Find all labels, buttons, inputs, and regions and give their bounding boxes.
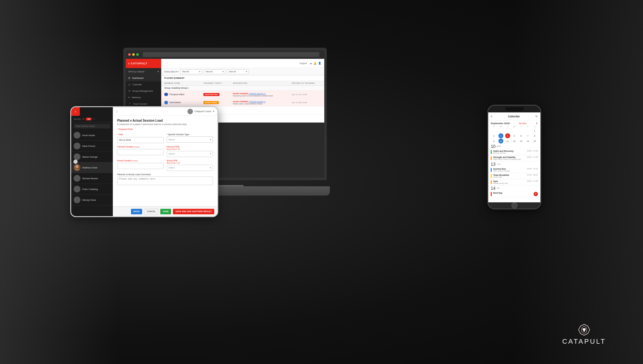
cal-day-14[interactable]: 14	[526, 139, 530, 144]
nav-calendar[interactable]: ◫ Calendar	[126, 81, 161, 88]
save-button[interactable]: SAVE	[160, 209, 171, 214]
filter-select-2[interactable]: View All ▾	[204, 69, 225, 74]
minimize-btn[interactable]	[132, 53, 135, 56]
table-row[interactable]: Thompson Albert RESTRICTED INJURY PENDIN…	[161, 91, 324, 99]
filter-select-3[interactable]: View All ▾	[227, 69, 249, 74]
nav-touchscreen-label: Touch Screen	[133, 103, 147, 105]
filter-select-1[interactable]: View All ▾	[180, 69, 202, 74]
list-item-matthew[interactable]: Matthew Dodd	[71, 162, 113, 173]
create-injury-2[interactable]: CREATE INJURY ✎	[249, 101, 266, 103]
list-item-kevin[interactable]: Kevin Austin	[71, 130, 113, 141]
header-icons: ☁ 🔔 👤	[309, 62, 321, 65]
cal-day-12[interactable]: 12	[512, 139, 517, 144]
cal-day-11[interactable]: 11	[505, 139, 510, 144]
cal-day-6[interactable]: 6	[519, 133, 524, 138]
nav-group-management[interactable]: ⚙ Group Management	[126, 88, 161, 94]
member-avatar-tusk	[164, 101, 168, 104]
cal-day-5[interactable]: 5	[512, 133, 517, 138]
address-bar[interactable]	[143, 52, 319, 57]
sort-filter-icon[interactable]: ≡	[93, 117, 95, 120]
cal-day-15[interactable]: 15	[532, 139, 537, 144]
nav-dashboard[interactable]: ⊞ Dashboard	[126, 75, 161, 81]
tablet-user-info: Catapult Coach ▾	[187, 109, 214, 114]
home-icon[interactable]: ⌂	[116, 110, 118, 113]
create-injury-1[interactable]: CREATE INJURY ✎	[249, 93, 266, 95]
back-button[interactable]: BACK	[131, 209, 142, 214]
cal-day-2[interactable]: 2	[492, 133, 497, 138]
return-date-2: SAT, 29 SEP 2018	[292, 102, 321, 103]
phone-event-gym[interactable]: Gym Rehab group only 09:00 - 11:00	[488, 179, 540, 185]
catapult-brand-logo: CATAPULT	[562, 324, 606, 346]
actual-rpe-chevron: ▾	[210, 166, 211, 169]
phone-refresh-icon[interactable]: ↻	[535, 115, 538, 118]
phone-home-button[interactable]	[511, 202, 518, 208]
calendar-filter-icon[interactable]: ▼	[536, 122, 538, 124]
injury-pending-2: INJURY PENDING	[233, 101, 249, 103]
actual-rpe-label: Actual RPE Borg Scale 1-10	[167, 160, 213, 164]
day-num-14: 14	[491, 186, 496, 190]
planned-rpe-select[interactable]: Select ▾	[167, 151, 213, 157]
session-type-select[interactable]: Select ▾	[167, 136, 213, 143]
day-row-10: 10 MON	[488, 144, 540, 149]
day-row-14: 14 FRI	[488, 185, 540, 191]
cal-day-1[interactable]: 1	[532, 128, 537, 133]
tablet-device: ‹ Sort by: 11 All ≡ Kevin Austin Mark Fr…	[70, 106, 218, 217]
cal-day-13[interactable]: 13	[519, 139, 524, 144]
actual-duration-label: Actual Duration (mins)	[117, 160, 164, 162]
phone-frame: ≡ Calendar ↻ September 2018 No team ▼ S …	[487, 105, 541, 209]
phone-event-strength[interactable]: Strength and Stability West North center…	[488, 155, 540, 161]
cal-day-9[interactable]: 9	[492, 139, 497, 144]
phone-menu-icon[interactable]: ≡	[491, 115, 492, 118]
event-time-swim: 09:00 - 11:00	[527, 150, 538, 154]
tablet-back-icon[interactable]: ‹	[71, 107, 80, 116]
phone-event-breakfast[interactable]: Team Breakfast Smith cafe 07:00 - 08:30	[488, 173, 540, 179]
list-item-michael[interactable]: Michael Bowan	[71, 173, 113, 184]
close-btn[interactable]	[128, 53, 131, 56]
player-search-input[interactable]	[74, 124, 110, 128]
nav-wellness[interactable]: ♥ Wellness	[126, 94, 161, 101]
cal-day-4[interactable]: 4	[505, 133, 510, 138]
sort-all-btn[interactable]: All	[86, 118, 92, 120]
cal-day-10[interactable]: 10	[498, 139, 503, 144]
bell-icon[interactable]: 🔔	[313, 62, 317, 65]
phone-event-swim[interactable]: Swim and Recovery Richmond Pool 09:00 - …	[488, 149, 540, 155]
list-item-peter[interactable]: Peter Cradding	[71, 184, 113, 195]
cloud-icon[interactable]: ☁	[309, 62, 312, 65]
cal-day-8[interactable]: 8	[532, 133, 537, 138]
user-icon[interactable]: 👤	[318, 62, 321, 65]
planned-duration-text: Planned Duration	[117, 146, 134, 148]
phone-notch-area	[488, 106, 540, 112]
tablet-home-button[interactable]	[73, 160, 78, 164]
table-row[interactable]: Tusk Andrew MONITORED INJURY PENDING CRE…	[161, 99, 324, 107]
event-content-rest: Rest Day	[493, 192, 532, 196]
actual-duration-text: Actual Duration	[117, 160, 132, 162]
day-sun: S	[491, 126, 497, 127]
phone-event-rest[interactable]: Rest Day ↻	[488, 191, 540, 197]
user-chevron-icon: ▾	[213, 110, 214, 113]
cal-day-3[interactable]: 3	[498, 133, 503, 138]
actual-rpe-select[interactable]: Select ▾	[167, 165, 213, 171]
event-time-breakfast: 07:00 - 08:30	[527, 174, 538, 178]
planned-duration-input[interactable]	[117, 149, 164, 155]
list-item-mark[interactable]: Mark French	[71, 141, 113, 152]
form-row-date-session: * Date * Specific Session Type Select ▾	[117, 133, 213, 143]
cancel-button[interactable]: CANCEL	[144, 209, 158, 214]
avatar-mason	[74, 153, 80, 160]
event-time-run: 05:00 - 07:00	[527, 168, 538, 172]
maximize-btn[interactable]	[136, 53, 139, 56]
event-location-strength: West North center of training oval	[493, 158, 526, 160]
wellness-icon: ♥	[128, 96, 130, 99]
member-name-tusk: Tusk Andrew	[169, 101, 181, 103]
user-avatar	[187, 109, 193, 114]
event-content-strength: Strength and Stability West North center…	[493, 156, 526, 160]
event-content-gym: Gym Rehab group only	[493, 180, 526, 184]
date-input[interactable]	[117, 137, 164, 143]
planned-rpe-label: Planned RPE Borg Scale 1-10	[167, 146, 213, 150]
cal-day-7[interactable]: 7	[526, 133, 530, 138]
comments-textarea[interactable]	[117, 176, 213, 185]
save-add-button[interactable]: SAVE AND ADD ANOTHER RESULT	[173, 209, 214, 214]
avatar-peter	[74, 186, 80, 192]
actual-duration-input[interactable]	[117, 163, 164, 169]
list-item-wendy[interactable]: Wendy Close	[71, 195, 113, 205]
phone-event-run[interactable]: Sunrise Run Start at Park St gate 05:00 …	[488, 167, 540, 173]
